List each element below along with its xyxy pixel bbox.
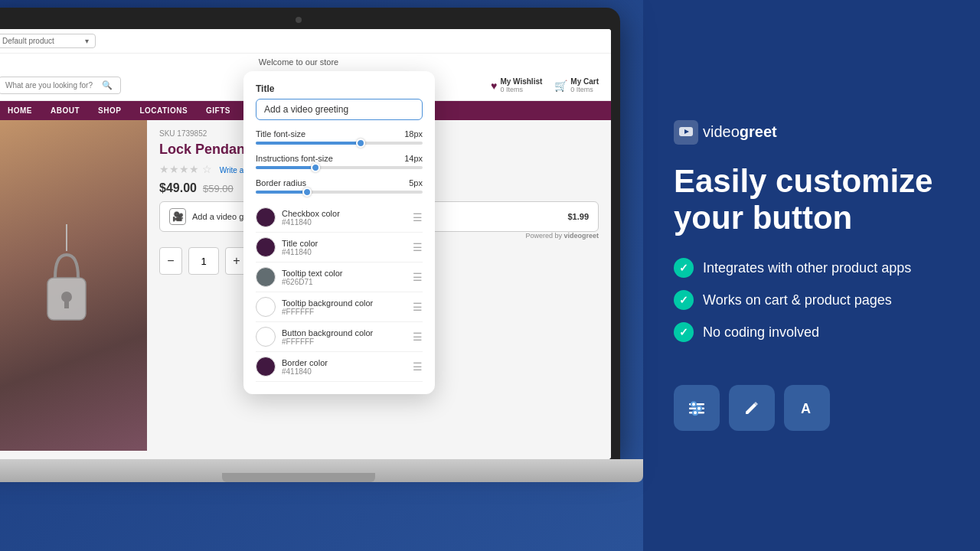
color-swatch-1 <box>256 237 276 257</box>
store-header-icons: ♥ My Wishlist 0 Items 🛒 My Cart <box>491 77 599 93</box>
svg-point-9 <box>691 403 696 407</box>
laptop-screen-outer: Default product ▾ Welcome to our store 🔍 <box>0 8 620 459</box>
color-row-4[interactable]: Button background color #FFFFFF ☰ <box>256 322 423 352</box>
main-heading: Easily customize your button <box>674 163 949 237</box>
svg-rect-3 <box>64 301 69 308</box>
font-size-thumb[interactable] <box>356 139 365 148</box>
brand-bold: greet <box>740 123 777 140</box>
brand-name: videogreet <box>703 123 777 141</box>
color-info-0: Checkbox color #411840 <box>282 209 340 227</box>
nav-gifts[interactable]: GIFTS <box>197 101 240 120</box>
font-size-track[interactable] <box>256 142 423 145</box>
color-swatch-2 <box>256 267 276 287</box>
instructions-thumb[interactable] <box>311 163 320 172</box>
laptop-mockup: Default product ▾ Welcome to our store 🔍 <box>0 8 635 505</box>
cart-count: 0 Items <box>570 86 599 93</box>
qty-minus-button[interactable]: − <box>159 247 182 275</box>
color-row-5[interactable]: Border color #411840 ☰ <box>256 352 423 382</box>
color-menu-icon-0[interactable]: ☰ <box>413 211 423 223</box>
instructions-label: Instructions font-size 14px <box>256 154 423 163</box>
border-thumb[interactable] <box>302 187 312 197</box>
panel-title-input[interactable] <box>256 99 423 120</box>
color-menu-icon-1[interactable]: ☰ <box>413 241 423 253</box>
sliders-icon <box>686 397 707 419</box>
nav-about[interactable]: ABOUT <box>41 101 89 120</box>
laptop-screen: Default product ▾ Welcome to our store 🔍 <box>0 29 611 459</box>
feature-text-2: No coding involved <box>703 324 819 341</box>
nav-locations[interactable]: LOCATIONS <box>130 101 197 120</box>
color-row-2[interactable]: Tooltip text color #626D71 ☰ <box>256 262 423 292</box>
search-input[interactable] <box>5 81 97 90</box>
color-swatch-5 <box>256 357 276 377</box>
color-row-0[interactable]: Checkbox color #411840 ☰ <box>256 203 423 233</box>
vg-brand: videogreet <box>564 232 599 240</box>
font-size-slider-section: Title font-size 18px <box>256 129 423 145</box>
color-swatch-0 <box>256 207 276 227</box>
color-row-3[interactable]: Tooltip background color #FFFFFF ☰ <box>256 292 423 322</box>
font-size-label: Title font-size 18px <box>256 129 423 139</box>
heart-icon: ♥ <box>491 80 497 92</box>
product-image <box>0 120 147 451</box>
feature-item-1: ✓ Works on cart & product pages <box>674 290 949 310</box>
dropdown-label: Default product <box>2 37 54 45</box>
search-bar[interactable]: 🔍 <box>0 77 121 94</box>
stars-filled: ★★★★ <box>159 163 199 175</box>
features-list: ✓ Integrates with other product apps ✓ W… <box>674 258 949 342</box>
bottom-icon-text[interactable]: A <box>784 385 830 431</box>
feature-item-2: ✓ No coding involved <box>674 322 949 342</box>
nav-shop[interactable]: SHOP <box>89 101 130 120</box>
border-fill <box>256 191 305 194</box>
color-swatch-3 <box>256 297 276 317</box>
bottom-icon-edit[interactable] <box>729 385 775 431</box>
svg-point-10 <box>697 406 701 411</box>
color-row-1[interactable]: Title color #411840 ☰ <box>256 233 423 262</box>
color-menu-icon-4[interactable]: ☰ <box>413 331 423 343</box>
wishlist-button[interactable]: ♥ My Wishlist 0 Items <box>491 77 542 93</box>
left-section: Default product ▾ Welcome to our store 🔍 <box>0 0 643 551</box>
color-list: Checkbox color #411840 ☰ Title <box>256 203 423 382</box>
color-menu-icon-3[interactable]: ☰ <box>413 301 423 313</box>
svg-point-11 <box>693 411 697 416</box>
laptop-base <box>0 459 643 482</box>
product-image-overlay <box>0 120 147 451</box>
bottom-icon-sliders[interactable] <box>674 385 720 431</box>
nav-home[interactable]: HOME <box>0 101 41 120</box>
check-icon-1: ✓ <box>674 290 694 310</box>
bottom-icons: A <box>674 385 949 431</box>
instructions-track[interactable] <box>256 166 423 169</box>
cart-label: My Cart <box>570 77 599 86</box>
store-top-bar: Default product ▾ <box>0 29 611 54</box>
color-menu-icon-5[interactable]: ☰ <box>413 360 423 373</box>
brand-logo-icon <box>674 120 698 145</box>
feature-text-1: Works on cart & product pages <box>703 292 892 308</box>
border-label: Border radius 5px <box>256 178 423 187</box>
color-menu-icon-2[interactable]: ☰ <box>413 271 423 283</box>
wishlist-label: My Wishlist <box>500 77 542 86</box>
feature-text-0: Integrates with other product apps <box>703 260 911 276</box>
greeting-price: $1.99 <box>567 212 589 221</box>
price-current: $49.00 <box>159 181 197 195</box>
svg-point-2 <box>61 292 72 302</box>
brand-plain: video <box>703 123 740 140</box>
wishlist-count: 0 Items <box>500 86 542 93</box>
color-row-0-left: Checkbox color #411840 <box>256 207 340 227</box>
border-track[interactable] <box>256 191 423 194</box>
color-swatch-4 <box>256 327 276 347</box>
right-section: videogreet Easily customize your button … <box>643 0 980 551</box>
panel-title-label: Title <box>256 83 423 94</box>
price-original: $59.00 <box>203 183 234 194</box>
feature-item-0: ✓ Integrates with other product apps <box>674 258 949 278</box>
heading-line2: your button <box>674 200 949 236</box>
brand-icon-svg <box>678 124 694 141</box>
brand-logo: videogreet <box>674 120 949 145</box>
heading-line1: Easily customize <box>674 163 949 200</box>
instructions-slider-section: Instructions font-size 14px <box>256 154 423 169</box>
border-slider-section: Border radius 5px <box>256 178 423 194</box>
qty-input[interactable] <box>188 247 219 275</box>
edit-icon <box>742 398 762 418</box>
cart-button[interactable]: 🛒 My Cart 0 Items <box>554 77 599 93</box>
check-icon-2: ✓ <box>674 322 694 342</box>
font-size-fill <box>256 142 359 145</box>
stars-empty: ☆ <box>202 163 212 175</box>
store-dropdown[interactable]: Default product ▾ <box>0 34 96 48</box>
